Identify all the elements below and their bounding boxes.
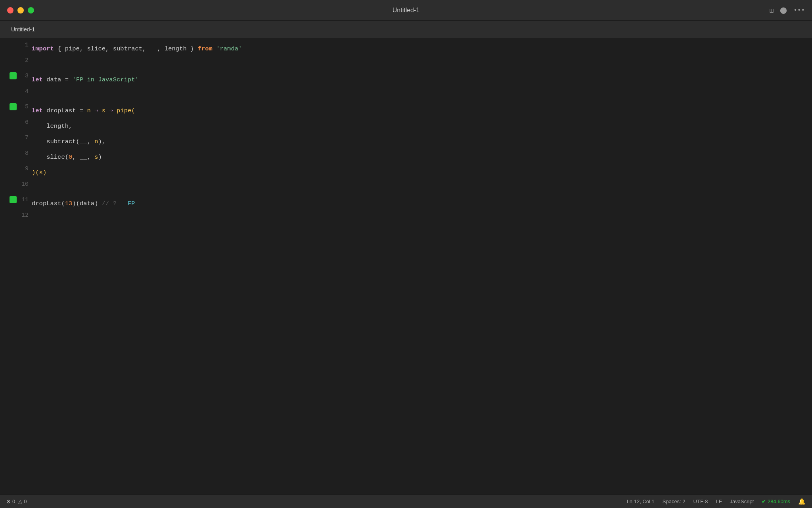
line-row: 7 subtract(__, n), [0, 134, 806, 150]
code-line[interactable]: length, [32, 119, 72, 134]
split-editor-icon[interactable]: ◫ [770, 6, 774, 14]
timing: ✔ 284.60ms [762, 498, 790, 504]
line-row: 4 [0, 88, 806, 103]
code-line[interactable]: slice(0, __, s) [32, 150, 102, 165]
line-number: 6 [19, 119, 29, 126]
line-number: 4 [19, 88, 29, 95]
code-line[interactable]: let data = 'FP in JavaScript' [32, 72, 139, 88]
line-row: 5let dropLast = n ⇒ s ⇒ pipe( [0, 103, 806, 119]
line-ending[interactable]: LF [716, 498, 722, 504]
error-count: 0 [12, 498, 15, 504]
language-mode[interactable]: JavaScript [730, 498, 754, 504]
line-number: 11 [19, 196, 29, 203]
titlebar: Untitled-1 ◫ ⬤ ••• [0, 0, 812, 21]
scrollbar[interactable] [806, 38, 812, 495]
line-number: 2 [19, 57, 29, 64]
line-row: 1import { pipe, slice, subtract, __, len… [0, 41, 806, 57]
line-number: 12 [19, 212, 29, 219]
line-row: 3let data = 'FP in JavaScript' [0, 72, 806, 88]
code-line[interactable]: )(s) [32, 165, 46, 181]
status-left: ⊗ 0 △ 0 [6, 498, 27, 504]
file-encoding[interactable]: UTF-8 [693, 498, 708, 504]
tab-untitled-1[interactable]: Untitled-1 [6, 24, 40, 35]
line-row: 12 [0, 212, 806, 227]
code-line[interactable]: import { pipe, slice, subtract, __, leng… [32, 41, 242, 57]
line-row: 9)(s) [0, 165, 806, 181]
code-line[interactable]: dropLast(13)(data) // ? FP [32, 196, 135, 212]
notifications-icon[interactable]: 🔔 [798, 498, 806, 505]
titlebar-controls: ◫ ⬤ ••• [770, 6, 805, 14]
breakpoint-dot[interactable] [10, 103, 17, 110]
statusbar: ⊗ 0 △ 0 Ln 12, Col 1 Spaces: 2 UTF-8 LF … [0, 495, 812, 508]
indentation[interactable]: Spaces: 2 [663, 498, 686, 504]
close-button[interactable] [7, 7, 13, 13]
line-number: 5 [19, 104, 29, 110]
code-line[interactable]: subtract(__, n), [32, 134, 105, 150]
line-number: 8 [19, 150, 29, 157]
more-options-icon[interactable]: ••• [793, 7, 805, 14]
warning-count: 0 [24, 498, 27, 504]
line-row: 8 slice(0, __, s) [0, 150, 806, 165]
circle-icon: ⬤ [780, 6, 787, 14]
editor: 1import { pipe, slice, subtract, __, len… [0, 38, 812, 495]
line-number: 1 [19, 42, 29, 48]
line-row: 11dropLast(13)(data) // ? FP [0, 196, 806, 212]
traffic-lights [7, 7, 34, 13]
cursor-position[interactable]: Ln 12, Col 1 [627, 498, 655, 504]
breakpoint-dot[interactable] [10, 196, 17, 203]
line-row: 10 [0, 181, 806, 196]
code-area: 1import { pipe, slice, subtract, __, len… [0, 38, 806, 495]
maximize-button[interactable] [28, 7, 34, 13]
window-title: Untitled-1 [393, 7, 419, 14]
line-row: 6 length, [0, 119, 806, 134]
line-number: 7 [19, 135, 29, 141]
tabbar: Untitled-1 [0, 21, 812, 38]
error-icon: ⊗ [6, 498, 11, 504]
minimize-button[interactable] [17, 7, 24, 13]
line-row: 2 [0, 57, 806, 72]
warning-icon: △ [18, 498, 22, 504]
code-line[interactable]: let dropLast = n ⇒ s ⇒ pipe( [32, 103, 135, 119]
errors-count[interactable]: ⊗ 0 △ 0 [6, 498, 27, 504]
line-number: 3 [19, 73, 29, 79]
breakpoint-dot[interactable] [10, 72, 17, 79]
line-number: 10 [19, 181, 29, 188]
status-right: Ln 12, Col 1 Spaces: 2 UTF-8 LF JavaScri… [627, 498, 806, 505]
line-number: 9 [19, 165, 29, 172]
